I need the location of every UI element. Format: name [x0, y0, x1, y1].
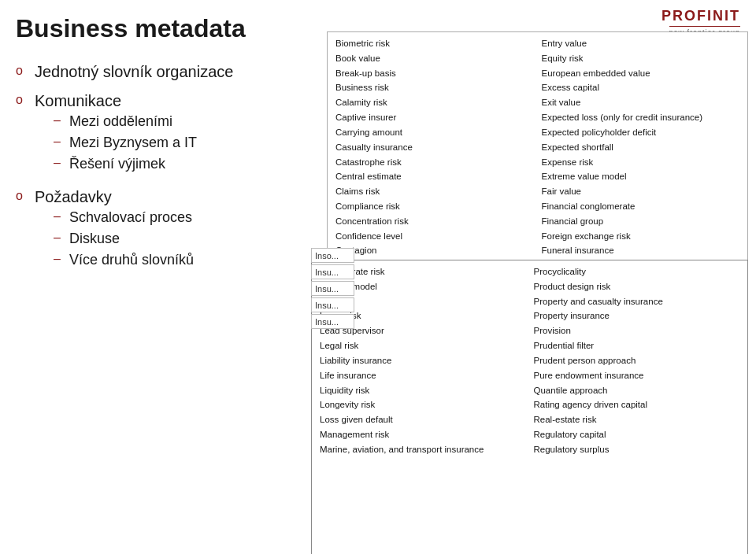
glossary-term: Calamity risk	[335, 96, 534, 110]
dash-icon: –	[54, 231, 63, 245]
sub-item-3-1: – Diskuse	[54, 231, 194, 247]
glossary-term: Excess capital	[542, 81, 740, 95]
bullet-item-2: o Komunikace – Mezi odděleními – Mezi By…	[16, 92, 323, 177]
glossary-term: Captive insurer	[335, 111, 534, 125]
sub-item-3-0: – Schvalovací proces	[54, 209, 194, 226]
page-title: Business metadata	[16, 14, 246, 43]
glossary-bottom-right-col: ProcyclicalityProduct design riskPropert…	[534, 265, 740, 457]
glossary-term: Contagion	[335, 244, 534, 258]
logo-line	[669, 26, 740, 27]
bullet-icon-2: o	[16, 93, 27, 107]
bullet-item-1: o Jednotný slovník organizace	[16, 63, 323, 81]
glossary-term: Quantile approach	[534, 384, 740, 398]
glossary-term: Claims risk	[335, 185, 534, 199]
glossary-term: Prudent person approach	[534, 354, 740, 368]
glossary-term: Rating agency driven capital	[534, 398, 740, 412]
overlay-box-3: Insu...	[311, 297, 354, 312]
sub-label-2-1: Mezi Byznysem a IT	[69, 135, 197, 151]
glossary-term: Life insurance	[320, 369, 526, 383]
glossary-term: Regulatory surplus	[534, 443, 740, 457]
dash-icon: –	[54, 252, 63, 266]
glossary-term: Carrying amount	[335, 126, 534, 140]
sub-items-3: – Schvalovací proces – Diskuse – Více dr…	[54, 209, 194, 268]
glossary-term: Marine, aviation, and transport insuranc…	[320, 443, 526, 457]
glossary-term: Provision	[534, 324, 740, 338]
glossary-term: Confidence level	[335, 230, 534, 244]
sub-label-2-0: Mezi odděleními	[69, 113, 172, 130]
glossary-term: Central estimate	[335, 170, 534, 184]
glossary-term: Longevity risk	[320, 398, 526, 412]
glossary-term: Foreign exchange risk	[542, 230, 740, 244]
sub-label-3-1: Diskuse	[69, 231, 120, 247]
overlay-text-1: Insu...	[315, 268, 339, 277]
overlay-box-4: Insu...	[311, 314, 354, 329]
sub-item-2-0: – Mezi odděleními	[54, 113, 197, 130]
overlay-text-2: Insu...	[315, 284, 339, 294]
overlay-text-0: Inso...	[315, 251, 339, 260]
glossary-bottom-columns: Interest rate riskInternal modelLapseLap…	[312, 260, 747, 462]
glossary-term: Product design risk	[534, 280, 740, 294]
glossary-term: Equity risk	[542, 52, 740, 66]
sub-item-2-1: – Mezi Byznysem a IT	[54, 135, 197, 151]
overlay-box-1: Insu...	[311, 264, 354, 279]
overlay-box-0: Inso...	[311, 248, 354, 263]
glossary-term: Regulatory capital	[534, 428, 740, 442]
glossary-term: Catastrophe risk	[335, 156, 534, 170]
glossary-term: Business risk	[335, 81, 534, 95]
dash-icon: –	[54, 209, 63, 223]
sub-item-2-2: – Řešení výjimek	[54, 156, 197, 172]
sub-items-2: – Mezi odděleními – Mezi Byznysem a IT –…	[54, 113, 197, 172]
dash-icon: –	[54, 156, 63, 170]
glossary-term: Pure endowment insurance	[534, 369, 740, 383]
overlay-text-4: Insu...	[315, 317, 339, 327]
bullet-label-3: Požadavky	[35, 188, 194, 206]
dash-icon: –	[54, 135, 63, 149]
logo-brand: PROFINIT	[662, 8, 740, 24]
glossary-term: Financial conglomerate	[542, 200, 740, 214]
page: Business metadata PROFINIT new frontier …	[0, 0, 756, 554]
glossary-term: Prudential filter	[534, 339, 740, 353]
glossary-term: Expected loss (only for credit insurance…	[542, 111, 740, 125]
glossary-term: Liability insurance	[320, 354, 526, 368]
glossary-container: Biometric riskBook valueBreak-up basisBu…	[311, 31, 756, 554]
glossary-term: Property and casualty insurance	[534, 295, 740, 309]
glossary-term: Expected policyholder deficit	[542, 126, 740, 140]
glossary-panel-bottom: Interest rate riskInternal modelLapseLap…	[311, 260, 748, 554]
glossary-term: Financial group	[542, 215, 740, 229]
bullet-label-1: Jednotný slovník organizace	[35, 63, 233, 81]
bullet-label-2: Komunikace	[35, 92, 197, 110]
glossary-term: Expense risk	[542, 156, 740, 170]
glossary-term: Compliance risk	[335, 200, 534, 214]
glossary-term: Expected shortfall	[542, 141, 740, 155]
glossary-term: Concentration risk	[335, 215, 534, 229]
glossary-term: Liquidity risk	[320, 384, 526, 398]
overlay-text-3: Insu...	[315, 301, 339, 310]
glossary-term: Book value	[335, 52, 534, 66]
glossary-term: Casualty insurance	[335, 141, 534, 155]
glossary-term: Funeral insurance	[542, 244, 740, 258]
overlay-box-2: Insu...	[311, 281, 354, 296]
glossary-term: Fair value	[542, 185, 740, 199]
dash-icon: –	[54, 113, 63, 127]
glossary-term: Legal risk	[320, 339, 526, 353]
glossary-term: Property insurance	[534, 309, 740, 323]
bullet-icon-1: o	[16, 64, 27, 78]
glossary-term: Extreme value model	[542, 170, 740, 184]
sub-item-3-2: – Více druhů slovníků	[54, 252, 194, 268]
glossary-term: Management risk	[320, 428, 526, 442]
sub-label-3-2: Více druhů slovníků	[69, 252, 194, 268]
glossary-term: Real-estate risk	[534, 413, 740, 427]
glossary-term: Loss given default	[320, 413, 526, 427]
sub-label-2-2: Řešení výjimek	[69, 156, 165, 172]
glossary-term: Entry value	[542, 37, 740, 51]
bullet-item-3: o Požadavky – Schvalovací proces – Disku…	[16, 188, 323, 273]
glossary-term: Biometric risk	[335, 37, 534, 51]
glossary-term: European embedded value	[542, 67, 740, 81]
glossary-term: Break-up basis	[335, 67, 534, 81]
sub-label-3-0: Schvalovací proces	[69, 209, 192, 226]
left-content: o Jednotný slovník organizace o Komunika…	[16, 63, 323, 284]
glossary-term: Procyclicality	[534, 265, 740, 279]
bullet-icon-3: o	[16, 189, 27, 203]
glossary-term: Exit value	[542, 96, 740, 110]
